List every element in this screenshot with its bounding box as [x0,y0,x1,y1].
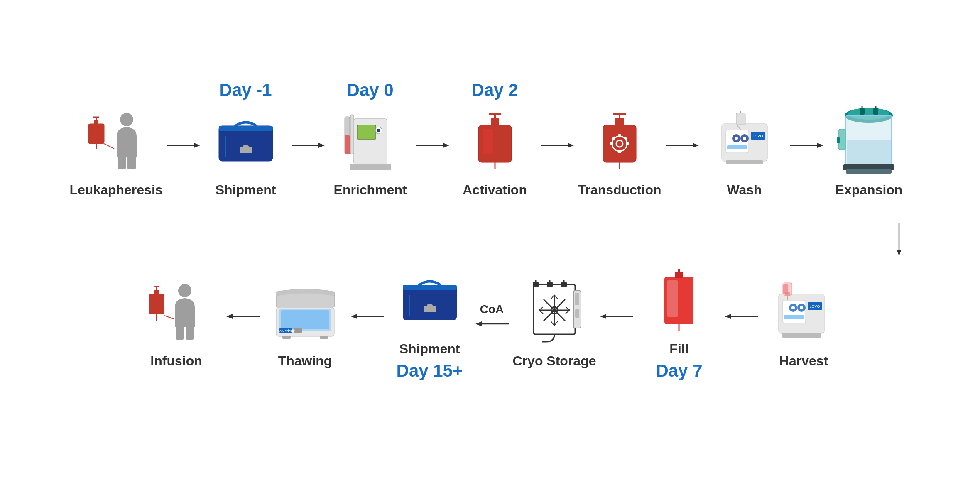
step-enrichment: Day 0 [329,109,412,198]
step-thawing: bioMérieux Thawing [264,280,347,369]
shipment-bottom-label: Shipment [399,341,460,357]
svg-rect-26 [350,164,391,170]
svg-rect-158 [782,333,821,338]
step-wash: LOVO Wash [703,109,786,198]
step-cryo: Cryo Storage [513,280,596,369]
step-infusion: Infusion [135,280,218,369]
svg-point-6 [120,113,133,126]
svg-rect-80 [837,137,840,143]
day2-label: Day 2 [472,80,518,100]
cryo-label: Cryo Storage [513,353,596,369]
coa-label: CoA [480,303,504,316]
shipment-top-icon [213,109,279,176]
svg-rect-149 [783,284,788,294]
harvest-icon: LOVO [770,280,837,347]
svg-rect-13 [219,126,273,131]
svg-rect-134 [575,293,579,305]
svg-marker-112 [475,321,482,326]
svg-rect-63 [727,145,747,149]
svg-rect-22 [357,125,376,140]
svg-rect-114 [533,282,539,287]
svg-rect-25 [345,135,350,154]
svg-rect-12 [219,126,273,161]
svg-rect-84 [154,290,159,296]
svg-rect-71 [860,108,865,115]
infusion-icon [143,280,210,347]
svg-rect-0 [88,124,104,144]
svg-marker-82 [897,250,902,256]
svg-marker-53 [693,143,699,148]
svg-point-154 [800,306,803,309]
svg-rect-140 [675,272,683,278]
svg-rect-39 [603,125,636,162]
svg-rect-46 [618,134,621,137]
arrow-6 [786,139,828,152]
svg-marker-20 [318,143,325,148]
day-minus1-label: Day -1 [220,80,272,100]
svg-rect-77 [843,164,894,170]
activation-icon [462,109,528,176]
arrow-down [893,223,905,256]
svg-rect-155 [784,315,804,319]
arrow-3 [412,139,453,152]
svg-marker-93 [226,314,233,319]
thawing-label: Thawing [278,353,332,369]
svg-line-9 [104,144,114,149]
harvest-label: Harvest [779,353,828,369]
svg-point-60 [735,137,738,140]
enrichment-icon [337,109,404,176]
shipment-bottom-icon [397,268,463,335]
svg-rect-105 [403,285,457,290]
fill-label: Fill [669,341,688,357]
svg-rect-116 [561,282,567,287]
vertical-arrow-container [25,223,955,256]
activation-label: Activation [463,182,527,198]
svg-rect-115 [547,282,553,287]
top-row: Leukapheresis Day -1 [25,109,955,198]
wash-icon: LOVO [711,109,778,176]
svg-marker-30 [443,143,449,148]
bottom-row: Infusion [25,268,955,381]
svg-point-88 [178,284,191,297]
day0-label: Day 0 [347,80,394,100]
arrow-5 [662,139,703,152]
leukapheresis-label: Leukapheresis [69,182,162,198]
svg-rect-96 [281,310,329,329]
svg-rect-1 [94,120,98,125]
expansion-label: Expansion [835,182,903,198]
svg-rect-40 [615,118,624,127]
day7-label: Day 7 [656,361,702,381]
svg-marker-11 [194,143,200,148]
step-shipment-top: Day -1 [204,109,287,198]
svg-rect-32 [491,118,499,127]
svg-text:LOVO: LOVO [752,134,763,138]
svg-rect-90 [186,325,194,340]
arrow-2 [287,139,329,152]
step-leukapheresis: Leukapheresis [69,109,162,198]
svg-rect-100 [282,336,291,339]
enrichment-label: Enrichment [334,182,407,198]
svg-rect-76 [847,140,891,164]
arrow-b1 [222,310,264,323]
cryo-icon [521,280,588,347]
svg-rect-104 [403,285,457,320]
step-transduction: Transduction [578,109,662,198]
arrow-b4 [596,310,637,323]
day15plus-label: Day 15+ [397,361,463,381]
svg-rect-107 [427,304,433,307]
svg-rect-15 [243,145,249,148]
svg-rect-55 [736,113,745,125]
step-shipment-bottom: Shipment Day 15+ [388,268,471,381]
svg-marker-68 [817,143,823,148]
transduction-label: Transduction [578,182,662,198]
fill-icon [646,268,712,335]
svg-rect-101 [320,336,328,339]
svg-rect-47 [618,150,621,153]
shipment-top-label: Shipment [216,182,276,198]
step-fill: Fill Day 7 [637,268,720,381]
step-activation: Day 2 Activatio [453,109,537,198]
arrow-1 [163,139,204,152]
svg-rect-89 [176,325,184,340]
svg-rect-7 [118,155,126,169]
arrow-4 [537,139,578,152]
